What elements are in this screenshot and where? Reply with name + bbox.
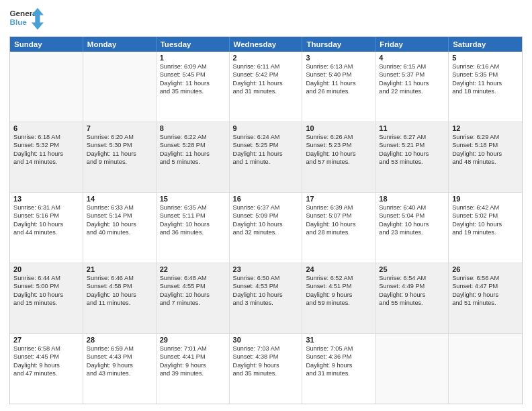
cal-cell-10: 10Sunrise: 6:26 AMSunset: 5:23 PMDayligh… [302,122,375,192]
cell-info-line: and 48 minutes. [452,158,519,166]
day-number: 10 [306,124,371,132]
cell-info-line: Sunrise: 6:15 AM [379,62,445,71]
cell-info-line: Daylight: 9 hours [306,291,371,299]
cell-info-line: and 22 minutes. [379,87,445,95]
cell-info-line: Sunset: 5:14 PM [87,212,152,220]
cell-info-line: Daylight: 10 hours [306,220,371,228]
cell-info-line: Sunset: 5:04 PM [379,212,445,220]
calendar-row-3: 20Sunrise: 6:44 AMSunset: 5:00 PMDayligh… [10,263,522,334]
cell-info-line: and 19 minutes. [452,228,519,236]
cell-info-line: Sunrise: 6:09 AM [160,62,226,71]
cell-info-line: and 51 minutes. [452,299,519,307]
cell-info-line: and 32 minutes. [233,228,299,236]
cell-info-line: Sunrise: 7:01 AM [160,345,226,353]
cell-info-line: and 35 minutes. [160,87,226,95]
day-header-friday: Friday [375,37,449,52]
day-number: 7 [87,124,152,132]
cell-info-line: Daylight: 9 hours [87,361,152,369]
cell-info-line: Daylight: 10 hours [452,150,519,158]
cell-info-line: and 35 minutes. [233,369,299,377]
cal-cell-28: 28Sunrise: 6:59 AMSunset: 4:43 PMDayligh… [83,334,157,404]
cell-info-line: Sunset: 4:49 PM [379,282,445,290]
cell-info-line: Sunrise: 7:03 AM [233,345,299,353]
cal-cell-empty-1 [83,52,157,122]
cal-cell-6: 6Sunrise: 6:18 AMSunset: 5:32 PMDaylight… [10,122,83,192]
cell-info-line: Daylight: 9 hours [233,361,299,369]
cal-cell-empty-0 [10,52,83,122]
cell-info-line: Sunset: 4:47 PM [452,282,519,290]
cell-info-line: Sunset: 5:18 PM [452,141,519,149]
cell-info-line: Sunset: 5:25 PM [233,141,299,149]
cell-info-line: Sunset: 5:23 PM [306,141,371,149]
cal-cell-25: 25Sunrise: 6:54 AMSunset: 4:49 PMDayligh… [375,263,449,333]
cell-info-line: Sunrise: 6:39 AM [306,203,371,212]
cell-info-line: Daylight: 9 hours [13,361,79,369]
calendar-row-4: 27Sunrise: 6:58 AMSunset: 4:45 PMDayligh… [10,334,522,404]
day-number: 30 [233,336,299,344]
cell-info-line: Sunrise: 6:44 AM [13,274,79,282]
cal-cell-21: 21Sunrise: 6:46 AMSunset: 4:58 PMDayligh… [83,263,157,333]
cell-info-line: Sunrise: 6:20 AM [87,133,152,141]
cell-info-line: Daylight: 10 hours [87,220,152,228]
cell-info-line: Sunrise: 6:58 AM [13,345,79,353]
cell-info-line: and 39 minutes. [160,369,226,377]
cell-info-line: Sunrise: 6:35 AM [160,203,226,212]
day-header-thursday: Thursday [302,37,375,52]
cell-info-line: and 15 minutes. [13,299,79,307]
calendar-row-2: 13Sunrise: 6:31 AMSunset: 5:16 PMDayligh… [10,193,522,263]
calendar-row-0: 1Sunrise: 6:09 AMSunset: 5:45 PMDaylight… [10,52,522,122]
cell-info-line: Daylight: 9 hours [379,291,445,299]
cell-info-line: Sunrise: 6:22 AM [160,133,226,141]
cell-info-line: and 59 minutes. [306,299,371,307]
cal-cell-17: 17Sunrise: 6:39 AMSunset: 5:07 PMDayligh… [302,193,375,263]
cell-info-line: Sunrise: 6:26 AM [306,133,371,141]
day-number: 13 [13,195,79,203]
day-number: 20 [13,265,79,273]
cell-info-line: Daylight: 9 hours [306,361,371,369]
day-number: 24 [306,265,371,273]
cal-cell-18: 18Sunrise: 6:40 AMSunset: 5:04 PMDayligh… [375,193,449,263]
cell-info-line: and 18 minutes. [452,87,519,95]
cell-info-line: Sunrise: 6:54 AM [379,274,445,282]
cell-info-line: Sunrise: 6:24 AM [233,133,299,141]
cell-info-line: and 26 minutes. [306,87,371,95]
cell-info-line: Sunrise: 6:11 AM [233,62,299,71]
day-header-tuesday: Tuesday [157,37,230,52]
cell-info-line: and 36 minutes. [160,228,226,236]
cal-cell-23: 23Sunrise: 6:50 AMSunset: 4:53 PMDayligh… [230,263,303,333]
calendar-body: 1Sunrise: 6:09 AMSunset: 5:45 PMDaylight… [10,52,522,404]
day-number: 28 [87,336,152,344]
cell-info-line: Sunset: 5:32 PM [13,141,79,149]
cell-info-line: Sunset: 4:55 PM [160,282,226,290]
cell-info-line: Daylight: 10 hours [160,291,226,299]
cal-cell-29: 29Sunrise: 7:01 AMSunset: 4:41 PMDayligh… [157,334,230,404]
cal-cell-22: 22Sunrise: 6:48 AMSunset: 4:55 PMDayligh… [157,263,230,333]
cell-info-line: Sunrise: 6:42 AM [452,203,519,212]
day-header-sunday: Sunday [10,37,83,52]
day-number: 5 [452,54,519,62]
day-number: 31 [306,336,371,344]
cell-info-line: Daylight: 11 hours [160,150,226,158]
cell-info-line: Sunset: 5:42 PM [233,71,299,79]
cal-cell-31: 31Sunrise: 7:05 AMSunset: 4:36 PMDayligh… [302,334,375,404]
cell-info-line: Sunrise: 6:46 AM [87,274,152,282]
cell-info-line: Sunset: 4:53 PM [233,282,299,290]
cal-cell-24: 24Sunrise: 6:52 AMSunset: 4:51 PMDayligh… [302,263,375,333]
cell-info-line: and 40 minutes. [87,228,152,236]
cal-cell-empty-5 [375,334,449,404]
day-number: 6 [13,124,79,132]
day-number: 19 [452,195,519,203]
cal-cell-empty-6 [449,334,522,404]
cell-info-line: Sunrise: 6:18 AM [13,133,79,141]
cell-info-line: Daylight: 10 hours [13,291,79,299]
cell-info-line: Sunset: 4:58 PM [87,282,152,290]
header: General Blue [9,7,523,31]
day-number: 3 [306,54,371,62]
cal-cell-19: 19Sunrise: 6:42 AMSunset: 5:02 PMDayligh… [449,193,522,263]
day-number: 2 [233,54,299,62]
cell-info-line: Daylight: 10 hours [379,220,445,228]
cal-cell-11: 11Sunrise: 6:27 AMSunset: 5:21 PMDayligh… [375,122,449,192]
logo-svg: General Blue [9,7,46,31]
cell-info-line: Sunrise: 6:16 AM [452,62,519,71]
day-number: 22 [160,265,226,273]
